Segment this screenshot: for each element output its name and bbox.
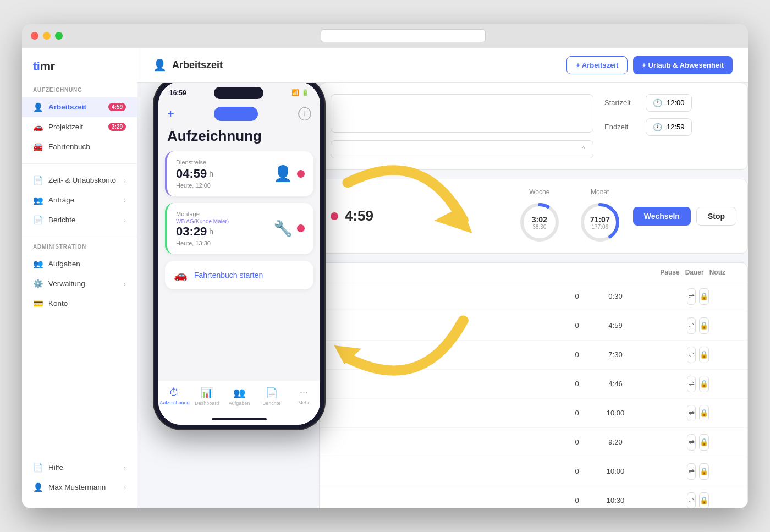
stop-button[interactable]: Stop: [696, 207, 736, 226]
minimize-btn[interactable]: [43, 32, 51, 40]
woche-circle: Woche 3:02 38:30: [518, 188, 562, 244]
monat-inner: 71:07 177:06: [590, 215, 610, 229]
logo-text2: mr: [40, 59, 54, 73]
row-pause: 0: [560, 321, 593, 330]
sidebar-item-berichte[interactable]: 📄 Berichte ›: [22, 210, 137, 230]
close-btn[interactable]: [31, 32, 38, 40]
notes-textarea[interactable]: [331, 94, 593, 133]
table-row: 0 9:20 ⇌ 🔒: [320, 428, 747, 457]
row-actions: ⇌ 🔒: [687, 434, 709, 451]
info-icon: i: [299, 107, 311, 120]
sidebar-item-fahrtenbuch[interactable]: 🚘 Fahrtenbuch: [22, 137, 137, 157]
transfer-button[interactable]: ⇌: [687, 434, 696, 451]
row-pause: 0: [560, 438, 593, 446]
berichte-icon: 📄: [33, 215, 43, 225]
timer-time: 4:59: [345, 207, 373, 224]
transfer-button[interactable]: ⇌: [687, 376, 696, 392]
wechseln-button[interactable]: Wechseln: [633, 207, 691, 226]
row-pause: 0: [560, 380, 593, 388]
phone-overlay: 16:59 📶 🔋 +: [154, 83, 324, 429]
endzeit-field: Endzeit 🕐 12:59: [604, 118, 736, 136]
table-row: 0 7:30 ⇌ 🔒: [320, 341, 747, 370]
phone-info-button[interactable]: i: [298, 107, 311, 120]
phone-tab-aufgaben[interactable]: 👥 Aufgaben: [223, 385, 256, 408]
sidebar-item-antraege[interactable]: 👥 Anträge ›: [22, 190, 137, 210]
sidebar-item-user[interactable]: 👤 Max Mustermann ›: [22, 478, 137, 497]
tab-berichte-label: Berichte: [262, 401, 280, 406]
monat-main: 71:07: [590, 215, 610, 223]
transfer-button[interactable]: ⇌: [687, 492, 696, 508]
lock-button[interactable]: 🔒: [699, 376, 709, 392]
woche-label: Woche: [529, 188, 549, 196]
lock-button[interactable]: 🔒: [699, 347, 709, 363]
phone-tab-berichte[interactable]: 📄 Berichte: [255, 385, 288, 408]
lock-button[interactable]: 🔒: [699, 317, 709, 334]
row-pause: 0: [560, 292, 593, 300]
endzeit-value[interactable]: 12:59: [667, 123, 685, 131]
sidebar-label-arbeitszeit: Arbeitszeit: [48, 103, 86, 111]
phone-tab-mehr[interactable]: ··· Mehr: [288, 385, 320, 408]
transfer-button[interactable]: ⇌: [687, 288, 696, 305]
mac-window: timr AUFZEICHNUNG 👤 Arbeitszeit 4:59 🚗 P…: [22, 24, 748, 508]
phone-card-dienstreise[interactable]: Dienstreise 04:59 h Heute, 12:00 👤: [165, 151, 314, 196]
arbeitszeit-badge: 4:59: [108, 103, 126, 111]
phone-add-button[interactable]: +: [167, 107, 174, 121]
projektzeit-badge: 3:29: [108, 123, 126, 131]
col-pause: Pause: [660, 268, 679, 276]
sidebar-divider-1: [22, 163, 137, 164]
card2-icon: 🔧: [273, 220, 305, 238]
startzeit-field: Startzeit 🕐 12:00: [604, 94, 736, 112]
endzeit-label: Endzeit: [604, 123, 640, 131]
endzeit-input-wrapper: 🕐 12:59: [646, 118, 692, 136]
phone-tab-aufzeichnung[interactable]: ⏱ Aufzeichnung: [158, 385, 191, 408]
sidebar-item-hilfe[interactable]: 📄 Hilfe ›: [22, 458, 137, 478]
timer-display: 4:59: [331, 207, 490, 224]
row-dauer: 4:59: [599, 321, 632, 330]
sidebar-item-zeit[interactable]: 📄 Zeit- & Urlaubskonto ›: [22, 171, 137, 190]
time-controls: Wechseln Stop: [633, 207, 736, 226]
stats-circles: Woche 3:02 38:30: [518, 188, 622, 244]
col-notiz: Notiz: [710, 268, 725, 276]
lock-button[interactable]: 🔒: [699, 405, 709, 421]
startzeit-value[interactable]: 12:00: [667, 98, 685, 107]
table-row: 0 0:30 ⇌ 🔒: [320, 282, 747, 311]
transfer-button[interactable]: ⇌: [687, 317, 696, 334]
tab-dashboard-icon: 📊: [201, 387, 213, 399]
sidebar-label-konto: Konto: [48, 299, 68, 308]
sidebar-item-aufgaben[interactable]: 👥 Aufgaben: [22, 254, 137, 274]
phone-tab-dashboard[interactable]: 📊 Dashboard: [191, 385, 223, 408]
add-urlaub-button[interactable]: + Urlaub & Abwesenheit: [633, 56, 733, 74]
phone-time: 16:59: [169, 89, 186, 97]
sidebar-item-arbeitszeit[interactable]: 👤 Arbeitszeit 4:59: [22, 97, 137, 117]
card1-date: Heute, 12:00: [176, 182, 213, 189]
phone-fahrt-card[interactable]: 🚗 Fahrtenbuch starten: [165, 261, 314, 289]
card1-unit: h: [209, 169, 213, 178]
titlebar-center: [67, 29, 739, 42]
page-title-area: 👤 Arbeitszeit: [153, 58, 223, 72]
card2-category: Montage: [176, 211, 229, 217]
worker-icon: 🔧: [273, 220, 293, 238]
sidebar: timr AUFZEICHNUNG 👤 Arbeitszeit 4:59 🚗 P…: [22, 48, 138, 508]
maximize-btn[interactable]: [55, 32, 63, 40]
tab-mehr-icon: ···: [300, 387, 308, 398]
table-row: 0 4:59 ⇌ 🔒: [320, 311, 747, 341]
lock-button[interactable]: 🔒: [699, 288, 709, 305]
lock-button[interactable]: 🔒: [699, 463, 709, 480]
transfer-button[interactable]: ⇌: [687, 347, 696, 363]
transfer-button[interactable]: ⇌: [687, 463, 696, 480]
transfer-button[interactable]: ⇌: [687, 405, 696, 421]
category-select[interactable]: ⌃: [331, 140, 593, 158]
phone-home-indicator: [158, 414, 320, 425]
row-actions: ⇌ 🔒: [687, 317, 709, 334]
section-label-aufzeichnung: AUFZEICHNUNG: [22, 87, 137, 97]
sidebar-item-konto[interactable]: 💳 Konto: [22, 294, 137, 314]
sidebar-item-verwaltung[interactable]: ⚙️ Verwaltung ›: [22, 274, 137, 294]
url-bar[interactable]: [321, 29, 486, 42]
lock-button[interactable]: 🔒: [699, 434, 709, 451]
lock-button[interactable]: 🔒: [699, 492, 709, 508]
startzeit-input-wrapper: 🕐 12:00: [646, 94, 692, 112]
row-dauer: 10:30: [599, 496, 632, 504]
sidebar-item-projektzeit[interactable]: 🚗 Projektzeit 3:29: [22, 117, 137, 137]
phone-card-montage[interactable]: Montage WB AG(Kunde Maier) 03:29 h Heute…: [165, 203, 314, 254]
add-arbeitszeit-button[interactable]: + Arbeitszeit: [566, 56, 628, 74]
